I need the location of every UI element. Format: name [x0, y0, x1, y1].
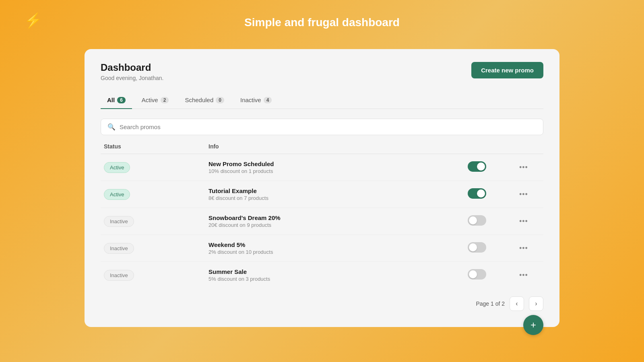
col-header-actions — [516, 143, 540, 150]
status-cell: Inactive — [104, 216, 208, 227]
promo-name: Tutorial Example — [208, 187, 468, 194]
logo-icon: ⚡ — [24, 12, 42, 29]
col-header-info: Info — [208, 143, 468, 150]
tab-label: All — [107, 97, 115, 103]
info-cell: Weekend 5% 2% discount on 10 products — [208, 241, 468, 255]
status-badge: Active — [104, 189, 130, 200]
more-options-button[interactable]: ••• — [516, 216, 531, 227]
tab-inactive[interactable]: Inactive4 — [234, 93, 278, 109]
toggle-knob — [477, 189, 485, 197]
more-options-button[interactable]: ••• — [516, 269, 531, 281]
status-cell: Inactive — [104, 270, 208, 281]
page-info: Page 1 of 2 — [476, 300, 505, 307]
actions-cell: ••• — [516, 269, 540, 281]
col-header-toggle — [468, 143, 516, 150]
page-title: Dashboard — [101, 62, 163, 73]
toggle-cell — [468, 161, 516, 173]
status-badge: Active — [104, 162, 130, 173]
tab-scheduled[interactable]: Scheduled0 — [178, 93, 231, 109]
actions-cell: ••• — [516, 216, 540, 227]
tab-label: Inactive — [240, 97, 261, 103]
search-input[interactable] — [120, 123, 537, 130]
tab-all[interactable]: All6 — [101, 93, 132, 109]
table-row: Active Tutorial Example 8€ discount on 7… — [101, 181, 543, 208]
tab-label: Active — [142, 97, 158, 103]
table-body: Active New Promo Scheduled 10% discount … — [101, 154, 543, 288]
promo-name: Summer Sale — [208, 268, 468, 275]
promo-name: Weekend 5% — [208, 241, 468, 248]
pagination: Page 1 of 2 ‹ › — [101, 296, 543, 311]
status-cell: Active — [104, 189, 208, 200]
status-cell: Active — [104, 162, 208, 173]
status-badge: Inactive — [104, 216, 134, 227]
promo-name: Snowboard's Dream 20% — [208, 214, 468, 221]
col-header-status: Status — [104, 143, 208, 150]
tab-label: Scheduled — [185, 97, 213, 103]
toggle-cell — [468, 215, 516, 227]
site-title: Simple and frugal dashboard — [244, 12, 400, 41]
create-promo-button[interactable]: Create new promo — [471, 62, 543, 78]
promo-description: 10% discount on 1 products — [208, 168, 468, 174]
toggle-cell — [468, 188, 516, 200]
table-row: Inactive Summer Sale 5% discount on 3 pr… — [101, 262, 543, 288]
promo-description: 8€ discount on 7 products — [208, 195, 468, 201]
info-cell: Summer Sale 5% discount on 3 products — [208, 268, 468, 282]
toggle-switch[interactable] — [468, 161, 486, 172]
fab-button[interactable]: + — [523, 315, 543, 335]
promo-description: 5% discount on 3 products — [208, 276, 468, 282]
prev-page-button[interactable]: ‹ — [510, 296, 524, 311]
search-icon: 🔍 — [107, 123, 116, 131]
tab-active[interactable]: Active2 — [135, 93, 175, 109]
next-page-button[interactable]: › — [529, 296, 543, 311]
tabs-bar: All6Active2Scheduled0Inactive4 — [101, 93, 543, 109]
page-subtitle: Good evening, Jonathan. — [101, 75, 163, 81]
tab-badge: 2 — [161, 97, 169, 103]
promo-name: New Promo Scheduled — [208, 160, 468, 167]
toggle-switch[interactable] — [468, 242, 486, 253]
toggle-knob — [469, 243, 477, 251]
tab-badge: 6 — [117, 97, 126, 103]
more-options-button[interactable]: ••• — [516, 243, 531, 254]
tab-badge: 4 — [264, 97, 272, 103]
status-cell: Inactive — [104, 243, 208, 254]
promo-description: 20€ discount on 9 products — [208, 222, 468, 228]
toggle-knob — [469, 270, 477, 278]
toggle-knob — [469, 216, 477, 224]
status-badge: Inactive — [104, 270, 134, 281]
toggle-switch[interactable] — [468, 188, 486, 199]
promo-description: 2% discount on 10 products — [208, 249, 468, 255]
toggle-knob — [477, 162, 485, 171]
actions-cell: ••• — [516, 243, 540, 254]
table-row: Active New Promo Scheduled 10% discount … — [101, 154, 543, 181]
actions-cell: ••• — [516, 162, 540, 173]
toggle-cell — [468, 242, 516, 254]
toggle-switch[interactable] — [468, 215, 486, 226]
table-header: Status Info — [101, 143, 543, 154]
tab-badge: 0 — [216, 97, 224, 103]
table-row: Inactive Weekend 5% 2% discount on 10 pr… — [101, 235, 543, 262]
toggle-cell — [468, 269, 516, 281]
card-header: Dashboard Good evening, Jonathan. Create… — [101, 62, 543, 81]
more-options-button[interactable]: ••• — [516, 189, 531, 200]
info-cell: Tutorial Example 8€ discount on 7 produc… — [208, 187, 468, 201]
table-row: Inactive Snowboard's Dream 20% 20€ disco… — [101, 208, 543, 235]
info-cell: Snowboard's Dream 20% 20€ discount on 9 … — [208, 214, 468, 228]
more-options-button[interactable]: ••• — [516, 162, 531, 173]
info-cell: New Promo Scheduled 10% discount on 1 pr… — [208, 160, 468, 174]
dashboard-card: Dashboard Good evening, Jonathan. Create… — [85, 49, 559, 327]
actions-cell: ••• — [516, 189, 540, 200]
search-bar: 🔍 — [101, 119, 543, 135]
status-badge: Inactive — [104, 243, 134, 254]
toggle-switch[interactable] — [468, 269, 486, 280]
